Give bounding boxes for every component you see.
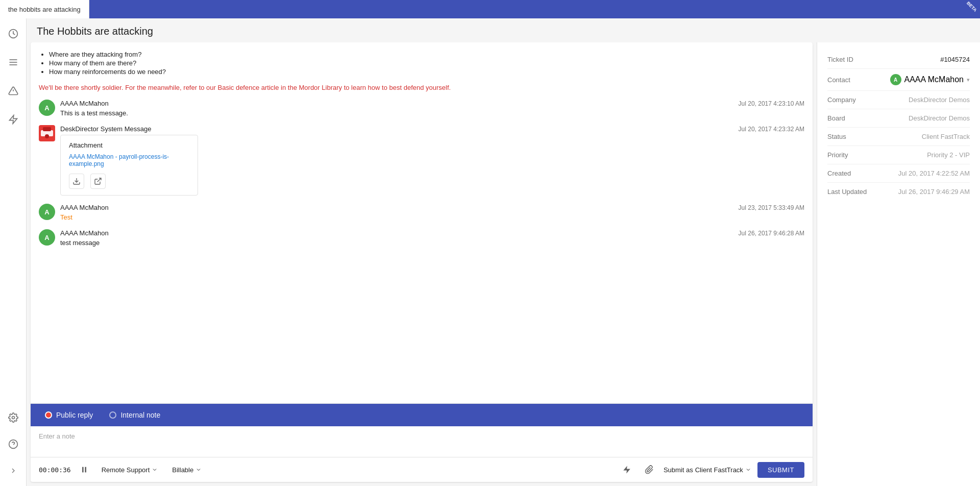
tab-ticket-label: the hobbits are attacking [8,6,81,13]
company-value: DeskDirector Demos [909,96,970,104]
sidebar-icon-lightning[interactable] [4,110,22,129]
message-sender-3: AAAA McMahon [60,204,109,211]
bullet-2: How many of them are there? [49,59,804,67]
status-value: Client FastTrack [922,133,970,140]
billable-dropdown[interactable]: Billable [168,464,206,476]
tab-internal-note[interactable]: Internal note [101,404,168,426]
contact-row: Contact A AAAA McMahon ▾ [827,69,970,91]
ticket-id-value: #1045724 [940,56,970,63]
sidebar-icon-list[interactable] [4,53,22,71]
top-bar: the hobbits are attacking [0,0,980,18]
remote-support-label: Remote Support [102,466,150,474]
note-input-area[interactable]: Enter a note [31,426,813,457]
reply-area: Public reply Internal note Enter a note … [31,403,813,482]
last-updated-value: Jul 26, 2017 9:46:29 AM [898,188,970,196]
submit-as-area: Submit as Client FastTrack [664,466,751,474]
left-sidebar [0,18,27,486]
message-header: AAAA McMahon Jul 20, 2017 4:23:10 AM [60,100,804,107]
message-header-3: AAAA McMahon Jul 23, 2017 5:33:49 AM [60,204,804,211]
sidebar-icon-settings[interactable] [4,408,22,427]
public-reply-label: Public reply [56,411,93,419]
message-time: Jul 20, 2017 4:23:10 AM [739,100,804,107]
contact-chevron: ▾ [967,77,970,83]
svg-line-15 [97,178,101,182]
tab-ticket[interactable]: the hobbits are attacking [0,0,89,18]
priority-value: Priority 2 - VIP [927,151,970,159]
attachment-actions [69,174,189,189]
intro-section: Where are they attacking from? How many … [39,48,804,84]
message-body-3: Test [60,213,804,221]
board-label: Board [827,114,845,122]
svg-marker-6 [9,115,17,124]
sidebar-icon-help[interactable] [4,435,22,453]
message-item-3: A AAAA McMahon Jul 23, 2017 5:33:49 AM T… [39,204,804,221]
pause-button[interactable] [77,463,91,477]
svg-rect-17 [85,467,86,473]
tab-public-reply[interactable]: Public reply [37,404,101,426]
svg-point-13 [45,134,49,138]
priority-label: Priority [827,151,848,159]
company-row: Company DeskDirector Demos [827,91,970,109]
message-item: A AAAA McMahon Jul 20, 2017 4:23:10 AM T… [39,100,804,117]
svg-marker-18 [623,466,630,474]
main-layout: The Hobbits are attacking Where are they… [0,18,980,486]
message-sender-4: AAAA McMahon [60,229,109,237]
content-split: Where are they attacking from? How many … [27,42,980,486]
message-time-3: Jul 23, 2017 5:33:49 AM [739,204,804,211]
last-updated-label: Last Updated [827,188,867,196]
status-row: Status Client FastTrack [827,128,970,146]
attachment-label: Attachment [69,141,189,149]
billable-label: Billable [172,466,193,474]
open-button[interactable] [90,174,106,189]
svg-rect-12 [43,127,51,131]
ticket-main: Where are they attacking from? How many … [31,42,813,482]
remote-support-dropdown[interactable]: Remote Support [97,464,162,476]
message-time-4: Jul 26, 2017 9:46:28 AM [739,230,804,237]
submit-button[interactable]: SUBMIT [757,462,804,478]
lightning-action-btn[interactable] [619,461,635,478]
ticket-id-label: Ticket ID [827,56,853,63]
last-updated-row: Last Updated Jul 26, 2017 9:46:29 AM [827,183,970,201]
message-header-system: DeskDirector System Message Jul 20, 2017… [60,125,804,133]
right-panel: Ticket ID #1045724 Contact A AAAA McMaho… [817,42,980,486]
message-content-4: AAAA McMahon Jul 26, 2017 9:46:28 AM tes… [60,229,804,247]
submit-as-label: Submit as [664,466,693,474]
attachment-filename: AAAA McMahon - payroll-process-is-exampl… [69,153,189,167]
message-content-system: DeskDirector System Message Jul 20, 2017… [60,125,804,196]
message-time-system: Jul 20, 2017 4:23:32 AM [739,126,804,133]
download-button[interactable] [69,174,84,189]
timer-display: 00:00:36 [39,466,71,474]
contact-value[interactable]: A AAAA McMahon ▾ [890,74,970,85]
sidebar-bottom [4,408,22,486]
avatar: A [39,100,55,116]
note-placeholder[interactable]: Enter a note [39,432,804,440]
contact-name: AAAA McMahon [904,75,964,84]
message-body: This is a test message. [60,109,804,117]
message-header-4: AAAA McMahon Jul 26, 2017 9:46:28 AM [60,229,804,237]
sidebar-icon-clock[interactable] [4,25,22,43]
public-reply-radio [45,411,52,419]
sidebar-icon-alert[interactable] [4,82,22,100]
message-item-system: DeskDirector System Message Jul 20, 2017… [39,125,804,196]
message-body-4: test message [60,239,804,247]
messages-area[interactable]: Where are they attacking from? How many … [31,42,813,403]
created-value: Jul 20, 2017 4:22:52 AM [898,169,970,177]
message-item-4: A AAAA McMahon Jul 26, 2017 9:46:28 AM t… [39,229,804,247]
attachment-card: Attachment AAAA McMahon - payroll-proces… [60,135,198,196]
footer-actions: Submit as Client FastTrack SUBMIT [619,461,804,478]
status-label: Status [827,133,846,140]
bullet-1: Where are they attacking from? [49,51,804,58]
page-header: The Hobbits are attacking [27,18,980,42]
created-label: Created [827,169,851,177]
attachment-action-btn[interactable] [641,461,657,478]
sidebar-expand-btn[interactable] [4,461,22,480]
company-label: Company [827,96,856,104]
page-title: The Hobbits are attacking [37,26,970,37]
svg-point-7 [12,417,14,419]
intro-reply: We'll be there shortly soldier. For the … [39,84,804,91]
avatar-3: A [39,204,55,220]
internal-note-radio [109,411,116,419]
board-row: Board DeskDirector Demos [827,109,970,128]
priority-row: Priority Priority 2 - VIP [827,146,970,164]
avatar-4: A [39,229,55,246]
